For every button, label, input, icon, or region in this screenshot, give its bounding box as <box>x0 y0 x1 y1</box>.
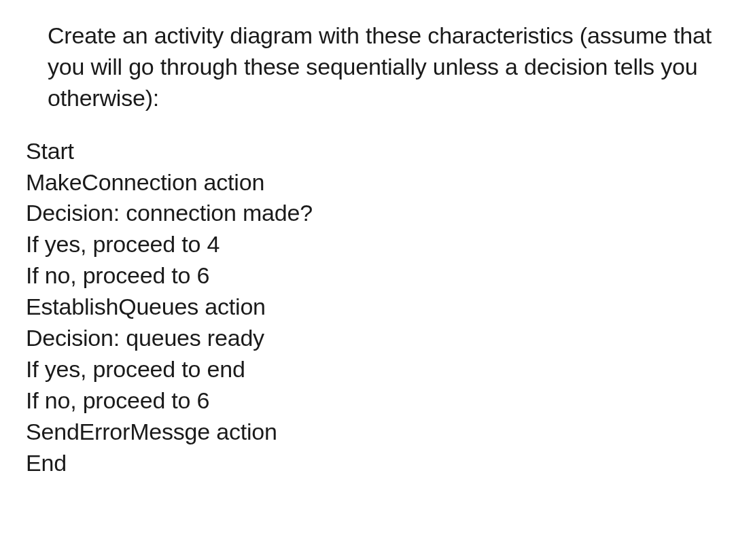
step-line: If no, proceed to 6 <box>26 385 714 417</box>
step-line: End <box>26 448 714 479</box>
step-line: Decision: queues ready <box>26 323 714 354</box>
step-line: MakeConnection action <box>26 167 714 198</box>
step-line: If no, proceed to 6 <box>26 260 714 292</box>
step-line: SendErrorMessge action <box>26 417 714 448</box>
step-line: If yes, proceed to 4 <box>26 229 714 260</box>
steps-list: Start MakeConnection action Decision: co… <box>26 136 714 479</box>
step-line: EstablishQueues action <box>26 292 714 323</box>
intro-paragraph: Create an activity diagram with these ch… <box>48 20 714 114</box>
step-line: Start <box>26 136 714 167</box>
step-line: If yes, proceed to end <box>26 354 714 385</box>
step-line: Decision: connection made? <box>26 198 714 229</box>
